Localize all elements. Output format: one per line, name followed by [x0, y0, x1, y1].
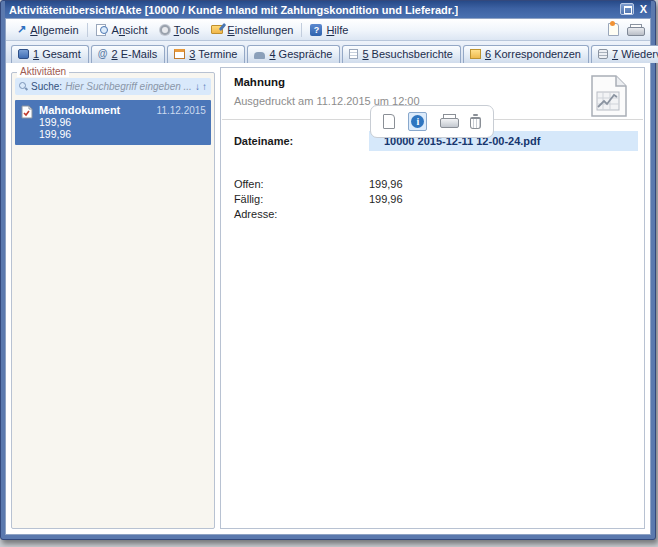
field-row-offen: Offen: 199,96 [234, 178, 638, 190]
activities-group-label: Aktivitäten [17, 66, 69, 77]
menu-ansicht-label: Ansicht [112, 24, 148, 36]
field-row-adresse: Adresse: [234, 208, 638, 220]
journal-icon [598, 49, 608, 59]
menu-allgemein[interactable]: ↗ Allgemein [11, 22, 85, 38]
list-item-date: 11.12.2015 [157, 105, 206, 116]
tab-besuchsberichte[interactable]: 5 Besuchsberichte [342, 45, 461, 63]
offen-label: Offen: [234, 178, 369, 190]
folder-pencil-icon [211, 25, 223, 34]
phone-icon [254, 52, 265, 59]
copy-document-icon[interactable] [383, 114, 395, 129]
menu-hilfe[interactable]: ? Hilfe [304, 22, 354, 38]
print-icon[interactable] [440, 114, 457, 129]
mail-folder-icon [470, 49, 481, 59]
tab-besuchsberichte-label: 5 Besuchsberichte [362, 48, 453, 60]
offen-value: 199,96 [369, 178, 403, 190]
tab-wiedervorlagen[interactable]: 7 Wiedervorlagen [591, 45, 658, 63]
menu-tools-label: Tools [174, 24, 200, 36]
faellig-value: 199,96 [369, 193, 403, 205]
titlebar[interactable]: Aktivitätenübersicht/Akte [10000 / Kunde… [5, 1, 651, 18]
pdf-document-icon [21, 105, 33, 119]
detail-title: Mahnung [234, 76, 638, 88]
menu-einstellungen-label: Einstellungen [227, 24, 293, 36]
tab-emails[interactable]: @ 2 E-Mails [91, 45, 166, 63]
new-note-icon[interactable] [608, 23, 619, 36]
detail-fields: Dateiname: 10000 2015-12-11 12-00-24.pdf… [234, 131, 638, 220]
tab-gespraeche-label: 4 Gespräche [269, 48, 332, 60]
tab-termine[interactable]: 3 Termine [167, 45, 245, 63]
menu-separator [87, 23, 88, 37]
activities-groupbox: Aktivitäten Suche: Hier Suchbegriff eing… [11, 72, 215, 529]
arrow-ne-icon: ↗ [17, 24, 26, 35]
tab-emails-label: 2 E-Mails [111, 48, 157, 60]
window-title: Aktivitätenübersicht/Akte [10000 / Kunde… [9, 4, 458, 16]
document-icon [349, 49, 358, 59]
maximize-button[interactable] [620, 3, 634, 15]
view-magnifier-icon [96, 24, 108, 35]
list-item-mahndokument[interactable]: Mahndokument 11.12.2015 199,96 199,96 [15, 100, 211, 145]
menu-tools[interactable]: Tools [154, 22, 206, 38]
search-prev-button[interactable]: ↑ [202, 81, 207, 92]
menu-separator [301, 23, 302, 37]
list-item-amount-open: 199,96 [39, 116, 207, 128]
tab-gespraeche[interactable]: 4 Gespräche [247, 45, 340, 63]
monitor-icon [18, 49, 29, 59]
tab-gesamt-label: 1 Gesamt [33, 48, 81, 60]
menu-einstellungen[interactable]: Einstellungen [205, 22, 299, 38]
field-row-faellig: Fällig: 199,96 [234, 193, 638, 205]
menu-allgemein-label: Allgemein [30, 24, 78, 36]
search-next-button[interactable]: ↓ [195, 81, 200, 92]
list-item-amount-due: 199,96 [39, 128, 207, 140]
activities-list: Mahndokument 11.12.2015 199,96 199,96 [15, 100, 211, 145]
search-placeholder: Hier Suchbegriff eingeben ... [65, 81, 192, 92]
tab-termine-label: 3 Termine [189, 48, 237, 60]
tab-wiedervorlagen-label: 7 Wiedervorlagen [612, 48, 658, 60]
tab-gesamt[interactable]: 1 Gesamt [11, 45, 89, 63]
at-icon: @ [98, 49, 108, 59]
document-toolbar: i [370, 105, 494, 138]
search-input[interactable]: Suche: Hier Suchbegriff eingeben ... ↓ ↑ [15, 78, 211, 95]
search-label: Suche: [31, 81, 62, 92]
printer-icon[interactable] [627, 24, 643, 36]
tab-korrespondenzen-label: 6 Korrespondenzen [485, 48, 581, 60]
delete-icon[interactable] [470, 114, 481, 129]
calendar-icon [174, 49, 185, 59]
filename-label: Dateiname: [234, 135, 369, 147]
menu-hilfe-label: Hilfe [326, 24, 348, 36]
info-icon[interactable]: i [408, 112, 427, 131]
adresse-label: Adresse: [234, 208, 369, 220]
close-button[interactable]: X [638, 3, 649, 15]
tabbar: 1 Gesamt @ 2 E-Mails 3 Termine 4 Gespräc… [6, 41, 650, 63]
faellig-label: Fällig: [234, 193, 369, 205]
menu-ansicht[interactable]: Ansicht [90, 22, 154, 38]
content-area: Aktivitäten Suche: Hier Suchbegriff eing… [6, 63, 650, 534]
chart-report-icon [590, 74, 628, 118]
app-window: Aktivitätenübersicht/Akte [10000 / Kunde… [0, 0, 656, 540]
search-icon [19, 82, 28, 91]
help-icon: ? [310, 24, 322, 36]
gear-icon [160, 25, 170, 35]
mahnung-detail-panel: Mahnung Ausgedruckt am 11.12.2015 um 12:… [220, 67, 645, 529]
tab-korrespondenzen[interactable]: 6 Korrespondenzen [463, 45, 589, 63]
menubar: ↗ Allgemein Ansicht Tools Einstellungen … [6, 19, 650, 41]
